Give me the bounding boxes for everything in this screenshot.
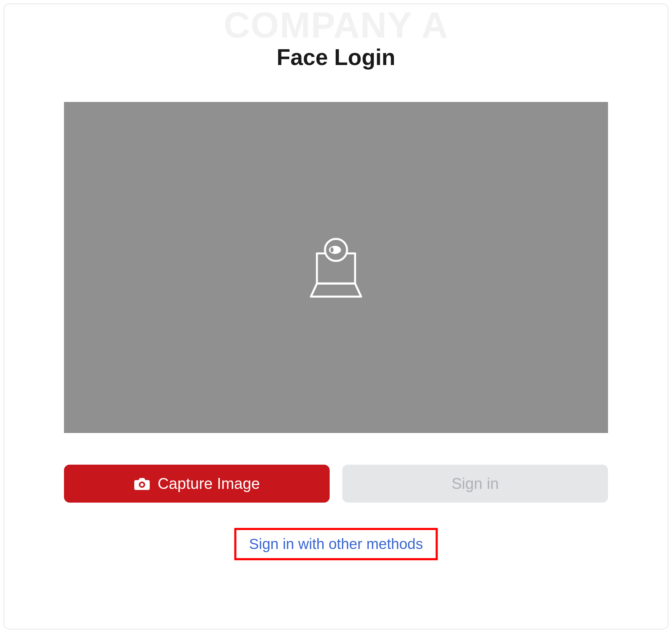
svg-marker-0 — [311, 284, 361, 297]
sign-in-other-methods-link[interactable]: Sign in with other methods — [249, 536, 423, 552]
capture-image-button[interactable]: Capture Image — [64, 465, 330, 503]
svg-point-6 — [141, 483, 144, 486]
camera-icon — [134, 477, 150, 491]
button-row: Capture Image Sign in — [64, 465, 608, 503]
camera-preview — [64, 102, 608, 433]
sign-in-button[interactable]: Sign in — [342, 465, 608, 503]
login-card: COMPANY A Face Login — [4, 4, 668, 629]
page-title: Face Login — [277, 44, 395, 70]
svg-point-4 — [330, 247, 334, 252]
webcam-icon — [301, 232, 371, 303]
capture-image-label: Capture Image — [157, 475, 260, 492]
sign-in-label: Sign in — [452, 475, 499, 492]
other-methods-row: Sign in with other methods — [234, 528, 438, 560]
company-name-watermark: COMPANY A — [224, 4, 448, 46]
other-methods-highlight: Sign in with other methods — [234, 528, 438, 560]
